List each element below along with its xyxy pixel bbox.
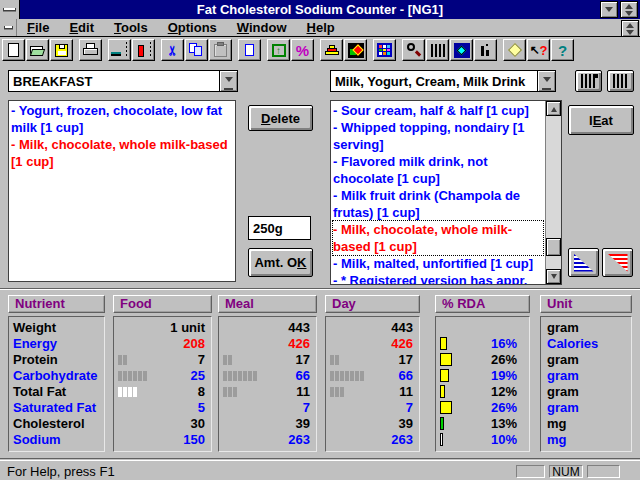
menu-file[interactable]: File bbox=[17, 19, 59, 36]
save-button[interactable] bbox=[50, 39, 73, 61]
amount-bar bbox=[118, 355, 127, 365]
table-cell-nutrient: Protein bbox=[9, 352, 104, 368]
amount-ok-button[interactable]: Amt. OK bbox=[248, 248, 313, 277]
status-bar: For Help, press F1 NUM bbox=[0, 460, 640, 480]
paste-button[interactable] bbox=[209, 39, 232, 61]
dropdown-arrow-icon bbox=[225, 77, 233, 86]
import-button[interactable]: ↑ bbox=[267, 39, 290, 61]
table-cell-rda: 26% bbox=[436, 400, 529, 416]
copy-button[interactable] bbox=[185, 39, 208, 61]
menu-options[interactable]: Options bbox=[158, 19, 227, 36]
meal-list-item[interactable]: - Yogurt, frozen, chocolate, low fat mil… bbox=[11, 102, 233, 136]
scroll-down-button[interactable] bbox=[546, 269, 561, 284]
print-button[interactable] bbox=[79, 39, 102, 61]
barcode-button[interactable] bbox=[607, 70, 634, 92]
food-list-item[interactable]: - Milk, chocolate, whole milk-based [1 c… bbox=[333, 221, 543, 255]
percent-button[interactable]: % bbox=[291, 39, 314, 61]
meal-combo-dropdown-button[interactable] bbox=[219, 71, 237, 91]
cut-button[interactable]: ✂ bbox=[161, 39, 184, 61]
status-box-2 bbox=[587, 465, 620, 478]
meal-list-item[interactable]: - Milk, chocolate, whole milk-based [1 c… bbox=[11, 136, 233, 170]
sort-ascending-button[interactable] bbox=[568, 248, 599, 277]
amount-bar bbox=[330, 371, 364, 381]
table-cell-food: 150 bbox=[114, 432, 211, 448]
food-list-scrollbar[interactable] bbox=[545, 101, 561, 284]
menu-edit[interactable]: Edit bbox=[59, 19, 104, 36]
search-button[interactable] bbox=[402, 39, 425, 61]
help-button[interactable]: ? bbox=[551, 39, 574, 61]
i-eat-button[interactable]: I Eat bbox=[568, 105, 634, 135]
grid-button[interactable] bbox=[373, 39, 396, 61]
food-list-item[interactable]: - Milk fruit drink (Champola de frutas) … bbox=[333, 187, 543, 221]
food-list-item[interactable]: - Sour cream, half & half [1 cup] bbox=[333, 102, 543, 119]
table-cell-unit: gram bbox=[541, 400, 631, 416]
chart-red-icon bbox=[135, 42, 152, 58]
food-list-item[interactable]: - * Registered version has appr. bbox=[333, 272, 543, 285]
diamond-yellow-button[interactable] bbox=[503, 39, 526, 61]
delete-button[interactable]: Delete bbox=[248, 105, 313, 131]
column-header-meal[interactable]: Meal bbox=[218, 295, 317, 313]
mini-chart-icon bbox=[477, 42, 494, 58]
table-cell-unit: gram bbox=[541, 352, 631, 368]
scroll-thumb[interactable] bbox=[546, 238, 561, 256]
mini-chart-button[interactable] bbox=[474, 39, 497, 61]
chart-red-button[interactable] bbox=[132, 39, 155, 61]
table-cell-unit: gram bbox=[541, 320, 631, 336]
table-cell-rda: 10% bbox=[436, 432, 529, 448]
column-header-nutrient[interactable]: Nutrient bbox=[8, 295, 105, 313]
chart-teal-button[interactable] bbox=[108, 39, 131, 61]
context-help-button[interactable]: ↖? bbox=[527, 39, 550, 61]
toolbar: ✂↑%↖?? bbox=[2, 38, 638, 62]
new-document-button[interactable] bbox=[2, 39, 25, 61]
table-cell-rda bbox=[436, 320, 529, 336]
title-bar: Fat Cholesterol Sodium Counter - [NG1] bbox=[0, 0, 640, 19]
rda-bar bbox=[440, 353, 452, 366]
scroll-up-button[interactable] bbox=[546, 101, 561, 116]
menu-window[interactable]: Window bbox=[227, 19, 297, 36]
menu-bar: FileEditToolsOptionsWindowHelp bbox=[0, 19, 640, 37]
column-header-day[interactable]: Day bbox=[325, 295, 420, 313]
nutrient-table-panel: NutrientWeightEnergyProteinCarbohydrateT… bbox=[0, 289, 640, 458]
column-header-rda[interactable]: % RDA bbox=[435, 295, 530, 313]
meal-items-list[interactable]: - Yogurt, frozen, chocolate, low fat mil… bbox=[8, 100, 236, 282]
application-window: Fat Cholesterol Sodium Counter - [NG1] F… bbox=[0, 0, 640, 480]
table-cell-nutrient: Sodium bbox=[9, 432, 104, 448]
table-cell-meal: 11 bbox=[219, 384, 316, 400]
column-header-unit[interactable]: Unit bbox=[540, 295, 632, 313]
diamond-blue-icon bbox=[453, 42, 470, 58]
amount-input[interactable]: 250g bbox=[248, 216, 311, 240]
open-folder-button[interactable] bbox=[26, 39, 49, 61]
rda-bar bbox=[440, 369, 449, 382]
diamond-blue-button[interactable] bbox=[450, 39, 473, 61]
barcode-lookup-button[interactable] bbox=[575, 70, 602, 92]
food-category-combo[interactable]: Milk, Yogurt, Cream, Milk Drink bbox=[330, 70, 556, 92]
column-header-food[interactable]: Food bbox=[113, 295, 212, 313]
food-list-item[interactable]: - Flavored milk drink, not chocolate [1 … bbox=[333, 153, 543, 187]
table-cell-day: 11 bbox=[326, 384, 419, 400]
sort-descending-button[interactable] bbox=[602, 248, 633, 277]
menu-help[interactable]: Help bbox=[297, 19, 345, 36]
food-list-item[interactable]: - Milk, malted, unfortified [1 cup] bbox=[333, 255, 543, 272]
dropdown-arrow-icon bbox=[543, 77, 551, 86]
document-control-menu-button[interactable] bbox=[0, 19, 17, 36]
food-items-listbox[interactable]: - Sour cream, half & half [1 cup]- Whipp… bbox=[330, 100, 562, 285]
pyramid-button[interactable] bbox=[320, 39, 343, 61]
barcode-button[interactable] bbox=[426, 39, 449, 61]
table-cell-food: 1 unit bbox=[114, 320, 211, 336]
column-data-rda: 16%26%19%12%26%13%10% bbox=[435, 316, 530, 452]
table-cell-rda: 19% bbox=[436, 368, 529, 384]
food-combo-dropdown-button[interactable] bbox=[537, 71, 555, 91]
document-small-icon bbox=[241, 42, 258, 58]
document-small-button[interactable] bbox=[238, 39, 261, 61]
document-restore-button[interactable] bbox=[621, 20, 639, 37]
shapes-button[interactable] bbox=[344, 39, 367, 61]
food-list-item[interactable]: - Whipped topping, nondairy [1 serving] bbox=[333, 119, 543, 153]
restore-button[interactable] bbox=[620, 1, 638, 18]
table-cell-nutrient: Cholesterol bbox=[9, 416, 104, 432]
table-cell-unit: gram bbox=[541, 368, 631, 384]
minimize-button[interactable] bbox=[600, 1, 618, 18]
table-cell-rda: 13% bbox=[436, 416, 529, 432]
column-data-food: 1 unit2087258530150 bbox=[113, 316, 212, 452]
menu-tools[interactable]: Tools bbox=[104, 19, 158, 36]
meal-selector-combo[interactable]: BREAKFAST bbox=[8, 70, 238, 92]
